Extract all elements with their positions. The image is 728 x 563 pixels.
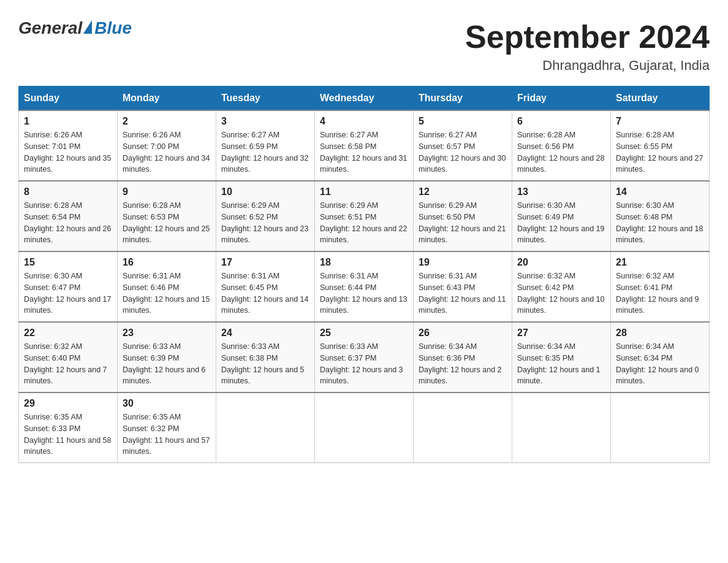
calendar-week-row: 29Sunrise: 6:35 AMSunset: 6:33 PMDayligh… bbox=[19, 393, 710, 463]
day-number: 29 bbox=[24, 398, 112, 409]
day-info: Sunrise: 6:34 AMSunset: 6:35 PMDaylight:… bbox=[517, 341, 605, 387]
day-number: 20 bbox=[517, 257, 605, 268]
calendar-cell: 16Sunrise: 6:31 AMSunset: 6:46 PMDayligh… bbox=[118, 251, 216, 322]
calendar-header-row: Sunday Monday Tuesday Wednesday Thursday… bbox=[19, 86, 710, 111]
calendar-cell: 26Sunrise: 6:34 AMSunset: 6:36 PMDayligh… bbox=[414, 322, 512, 393]
calendar-cell: 2Sunrise: 6:26 AMSunset: 7:00 PMDaylight… bbox=[118, 110, 216, 181]
day-info: Sunrise: 6:33 AMSunset: 6:39 PMDaylight:… bbox=[123, 341, 211, 387]
day-number: 9 bbox=[123, 186, 211, 197]
day-info: Sunrise: 6:31 AMSunset: 6:44 PMDaylight:… bbox=[320, 270, 408, 316]
calendar-week-row: 1Sunrise: 6:26 AMSunset: 7:01 PMDaylight… bbox=[19, 110, 710, 181]
day-number: 13 bbox=[517, 186, 605, 197]
col-thursday: Thursday bbox=[414, 86, 512, 111]
day-number: 7 bbox=[616, 116, 704, 127]
day-number: 3 bbox=[221, 116, 309, 127]
day-info: Sunrise: 6:30 AMSunset: 6:48 PMDaylight:… bbox=[616, 200, 704, 246]
day-number: 27 bbox=[517, 327, 605, 339]
day-info: Sunrise: 6:33 AMSunset: 6:37 PMDaylight:… bbox=[320, 341, 408, 387]
day-number: 19 bbox=[419, 257, 507, 268]
calendar-cell: 25Sunrise: 6:33 AMSunset: 6:37 PMDayligh… bbox=[315, 322, 414, 393]
day-number: 17 bbox=[221, 257, 309, 268]
day-number: 21 bbox=[616, 257, 704, 268]
calendar-cell: 15Sunrise: 6:30 AMSunset: 6:47 PMDayligh… bbox=[19, 251, 118, 322]
calendar-cell: 29Sunrise: 6:35 AMSunset: 6:33 PMDayligh… bbox=[19, 393, 118, 463]
calendar-cell: 10Sunrise: 6:29 AMSunset: 6:52 PMDayligh… bbox=[216, 181, 315, 251]
page-header: General Blue September 2024 Dhrangadhra,… bbox=[18, 18, 710, 74]
calendar-cell: 22Sunrise: 6:32 AMSunset: 6:40 PMDayligh… bbox=[19, 322, 118, 393]
day-number: 26 bbox=[419, 327, 507, 339]
logo-general-text: General bbox=[18, 18, 82, 38]
day-number: 5 bbox=[419, 116, 507, 127]
day-info: Sunrise: 6:26 AMSunset: 7:00 PMDaylight:… bbox=[123, 129, 211, 175]
calendar-cell: 14Sunrise: 6:30 AMSunset: 6:48 PMDayligh… bbox=[611, 181, 710, 251]
calendar-cell: 1Sunrise: 6:26 AMSunset: 7:01 PMDaylight… bbox=[19, 110, 118, 181]
calendar-cell: 9Sunrise: 6:28 AMSunset: 6:53 PMDaylight… bbox=[118, 181, 216, 251]
day-number: 30 bbox=[123, 398, 211, 409]
day-info: Sunrise: 6:29 AMSunset: 6:51 PMDaylight:… bbox=[320, 200, 408, 246]
day-info: Sunrise: 6:34 AMSunset: 6:36 PMDaylight:… bbox=[419, 341, 507, 387]
day-number: 6 bbox=[517, 116, 605, 127]
day-info: Sunrise: 6:29 AMSunset: 6:52 PMDaylight:… bbox=[221, 200, 309, 246]
day-info: Sunrise: 6:26 AMSunset: 7:01 PMDaylight:… bbox=[24, 129, 112, 175]
calendar-week-row: 15Sunrise: 6:30 AMSunset: 6:47 PMDayligh… bbox=[19, 251, 710, 322]
calendar-cell: 19Sunrise: 6:31 AMSunset: 6:43 PMDayligh… bbox=[414, 251, 512, 322]
day-number: 25 bbox=[320, 327, 408, 339]
calendar-cell: 24Sunrise: 6:33 AMSunset: 6:38 PMDayligh… bbox=[216, 322, 315, 393]
day-number: 22 bbox=[24, 327, 112, 339]
day-info: Sunrise: 6:35 AMSunset: 6:32 PMDaylight:… bbox=[123, 412, 211, 458]
calendar-cell: 20Sunrise: 6:32 AMSunset: 6:42 PMDayligh… bbox=[512, 251, 611, 322]
calendar-cell: 6Sunrise: 6:28 AMSunset: 6:56 PMDaylight… bbox=[512, 110, 611, 181]
calendar-table: Sunday Monday Tuesday Wednesday Thursday… bbox=[18, 86, 710, 463]
logo-blue-text: Blue bbox=[94, 18, 132, 38]
day-info: Sunrise: 6:28 AMSunset: 6:55 PMDaylight:… bbox=[616, 129, 704, 175]
day-info: Sunrise: 6:28 AMSunset: 6:54 PMDaylight:… bbox=[24, 200, 112, 246]
day-info: Sunrise: 6:34 AMSunset: 6:34 PMDaylight:… bbox=[616, 341, 704, 387]
calendar-week-row: 8Sunrise: 6:28 AMSunset: 6:54 PMDaylight… bbox=[19, 181, 710, 251]
calendar-cell: 21Sunrise: 6:32 AMSunset: 6:41 PMDayligh… bbox=[611, 251, 710, 322]
day-info: Sunrise: 6:30 AMSunset: 6:47 PMDaylight:… bbox=[24, 270, 112, 316]
calendar-week-row: 22Sunrise: 6:32 AMSunset: 6:40 PMDayligh… bbox=[19, 322, 710, 393]
day-number: 12 bbox=[419, 186, 507, 197]
day-info: Sunrise: 6:29 AMSunset: 6:50 PMDaylight:… bbox=[419, 200, 507, 246]
day-info: Sunrise: 6:32 AMSunset: 6:42 PMDaylight:… bbox=[517, 270, 605, 316]
day-number: 24 bbox=[221, 327, 309, 339]
calendar-cell: 27Sunrise: 6:34 AMSunset: 6:35 PMDayligh… bbox=[512, 322, 611, 393]
col-sunday: Sunday bbox=[19, 86, 118, 111]
day-info: Sunrise: 6:31 AMSunset: 6:43 PMDaylight:… bbox=[419, 270, 507, 316]
day-info: Sunrise: 6:28 AMSunset: 6:56 PMDaylight:… bbox=[517, 129, 605, 175]
calendar-cell: 8Sunrise: 6:28 AMSunset: 6:54 PMDaylight… bbox=[19, 181, 118, 251]
calendar-cell bbox=[414, 393, 512, 463]
day-number: 15 bbox=[24, 257, 112, 268]
calendar-cell: 23Sunrise: 6:33 AMSunset: 6:39 PMDayligh… bbox=[118, 322, 216, 393]
day-number: 14 bbox=[616, 186, 704, 197]
day-info: Sunrise: 6:27 AMSunset: 6:57 PMDaylight:… bbox=[419, 129, 507, 175]
day-info: Sunrise: 6:31 AMSunset: 6:46 PMDaylight:… bbox=[123, 270, 211, 316]
col-tuesday: Tuesday bbox=[216, 86, 315, 111]
location-subtitle: Dhrangadhra, Gujarat, India bbox=[465, 58, 710, 74]
calendar-cell bbox=[216, 393, 315, 463]
day-number: 1 bbox=[24, 116, 112, 127]
calendar-cell bbox=[315, 393, 414, 463]
col-saturday: Saturday bbox=[611, 86, 710, 111]
calendar-cell: 11Sunrise: 6:29 AMSunset: 6:51 PMDayligh… bbox=[315, 181, 414, 251]
month-year-title: September 2024 bbox=[465, 18, 710, 55]
logo-triangle-icon bbox=[83, 20, 92, 34]
day-info: Sunrise: 6:27 AMSunset: 6:58 PMDaylight:… bbox=[320, 129, 408, 175]
day-info: Sunrise: 6:30 AMSunset: 6:49 PMDaylight:… bbox=[517, 200, 605, 246]
day-number: 10 bbox=[221, 186, 309, 197]
day-info: Sunrise: 6:35 AMSunset: 6:33 PMDaylight:… bbox=[24, 412, 112, 458]
day-number: 8 bbox=[24, 186, 112, 197]
calendar-cell: 13Sunrise: 6:30 AMSunset: 6:49 PMDayligh… bbox=[512, 181, 611, 251]
day-number: 2 bbox=[123, 116, 211, 127]
day-number: 23 bbox=[123, 327, 211, 339]
calendar-cell: 3Sunrise: 6:27 AMSunset: 6:59 PMDaylight… bbox=[216, 110, 315, 181]
col-friday: Friday bbox=[512, 86, 611, 111]
logo: General Blue bbox=[18, 18, 132, 38]
day-number: 28 bbox=[616, 327, 704, 339]
day-info: Sunrise: 6:32 AMSunset: 6:40 PMDaylight:… bbox=[24, 341, 112, 387]
calendar-cell: 18Sunrise: 6:31 AMSunset: 6:44 PMDayligh… bbox=[315, 251, 414, 322]
calendar-cell: 17Sunrise: 6:31 AMSunset: 6:45 PMDayligh… bbox=[216, 251, 315, 322]
col-wednesday: Wednesday bbox=[315, 86, 414, 111]
calendar-cell: 5Sunrise: 6:27 AMSunset: 6:57 PMDaylight… bbox=[414, 110, 512, 181]
day-info: Sunrise: 6:31 AMSunset: 6:45 PMDaylight:… bbox=[221, 270, 309, 316]
